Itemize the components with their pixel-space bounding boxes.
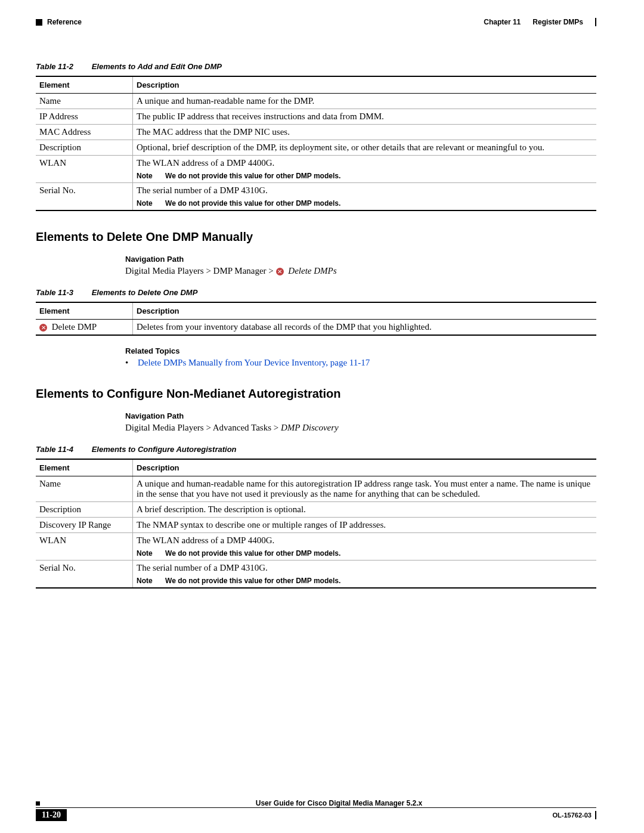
table-11-2-label: Table 11-2 bbox=[36, 62, 89, 71]
footer-rule bbox=[36, 807, 596, 808]
note-label: Note bbox=[137, 577, 153, 585]
cell-desc: The serial number of a DMP 4310G. Note W… bbox=[133, 561, 597, 589]
related-topic-link[interactable]: Delete DMPs Manually from Your Device In… bbox=[138, 358, 370, 367]
cell-desc: Optional, brief description of the DMP, … bbox=[133, 140, 597, 156]
page-footer: User Guide for Cisco Digital Media Manag… bbox=[36, 799, 596, 821]
document-page: Reference Chapter 11 Register DMPs Table… bbox=[0, 0, 644, 833]
note-label: Note bbox=[137, 549, 153, 558]
table-11-4-title: Elements to Configure Autoregistration bbox=[92, 445, 237, 454]
cell-element: Serial No. bbox=[36, 561, 133, 589]
note-row: Note We do not provide this value for ot… bbox=[137, 199, 593, 208]
page-number: 11-20 bbox=[36, 809, 67, 821]
navigation-path-label: Navigation Path bbox=[125, 411, 596, 420]
note-row: Note We do not provide this value for ot… bbox=[137, 577, 593, 585]
cell-desc: The WLAN address of a DMP 4400G. Note We… bbox=[133, 156, 597, 183]
table-row: IP Address The public IP address that re… bbox=[36, 109, 596, 125]
heading-configure-autoreg: Elements to Configure Non-Medianet Autor… bbox=[36, 387, 596, 401]
table-11-3-title: Elements to Delete One DMP bbox=[92, 288, 198, 297]
footer-divider-icon bbox=[595, 811, 596, 819]
cell-desc-text: The serial number of a DMP 4310G. bbox=[137, 185, 268, 195]
header-chapter: Chapter 11 bbox=[484, 18, 521, 26]
cell-desc: The public IP address that receives inst… bbox=[133, 109, 597, 125]
page-header: Reference Chapter 11 Register DMPs bbox=[36, 18, 596, 26]
navigation-path-text: Digital Media Players > DMP Manager > ✕ … bbox=[125, 266, 596, 276]
table-11-3-caption: Table 11-3 Elements to Delete One DMP bbox=[36, 288, 596, 297]
header-square-icon bbox=[36, 19, 42, 26]
footer-doc-title: User Guide for Cisco Digital Media Manag… bbox=[256, 799, 422, 807]
cell-element: Description bbox=[36, 502, 133, 518]
note-text: We do not provide this value for other D… bbox=[165, 577, 340, 585]
note-row: Note We do not provide this value for ot… bbox=[137, 172, 593, 180]
cell-desc: A unique and human-readable name for thi… bbox=[133, 476, 597, 502]
table-11-2-th-description: Description bbox=[133, 76, 597, 94]
cell-desc: The NMAP syntax to describe one or multi… bbox=[133, 518, 597, 533]
table-11-4: Element Description Name A unique and hu… bbox=[36, 459, 596, 589]
navigation-path-text: Digital Media Players > Advanced Tasks >… bbox=[125, 423, 596, 433]
table-row: ✕ Delete DMP Deletes from your inventory… bbox=[36, 320, 596, 336]
table-row: Description Optional, brief description … bbox=[36, 140, 596, 156]
bullet-icon: • bbox=[125, 358, 128, 367]
cell-desc-text: The WLAN address of a DMP 4400G. bbox=[137, 535, 274, 545]
related-topics-label: Related Topics bbox=[125, 346, 596, 355]
table-11-2-caption: Table 11-2 Elements to Add and Edit One … bbox=[36, 62, 596, 71]
header-divider-icon bbox=[595, 18, 596, 26]
navigation-path-label: Navigation Path bbox=[125, 255, 596, 264]
table-11-2: Element Description Name A unique and hu… bbox=[36, 76, 596, 211]
note-text: We do not provide this value for other D… bbox=[165, 549, 340, 558]
table-11-4-caption: Table 11-4 Elements to Configure Autoreg… bbox=[36, 445, 596, 454]
cell-desc: The serial number of a DMP 4310G. Note W… bbox=[133, 183, 597, 211]
note-text: We do not provide this value for other D… bbox=[165, 172, 340, 180]
table-11-2-th-element: Element bbox=[36, 76, 133, 94]
delete-icon: ✕ bbox=[276, 268, 284, 275]
cell-desc-text: The serial number of a DMP 4310G. bbox=[137, 563, 268, 572]
delete-icon: ✕ bbox=[39, 324, 47, 332]
footer-square-icon bbox=[36, 801, 40, 806]
cell-element: ✕ Delete DMP bbox=[36, 320, 133, 336]
cell-element: Description bbox=[36, 140, 133, 156]
cell-desc: The MAC address that the DMP NIC uses. bbox=[133, 125, 597, 140]
cell-element: MAC Address bbox=[36, 125, 133, 140]
navpath-prefix: Digital Media Players > Advanced Tasks > bbox=[125, 423, 281, 432]
table-11-3-th-element: Element bbox=[36, 302, 133, 320]
cell-element: Discovery IP Range bbox=[36, 518, 133, 533]
table-11-4-label: Table 11-4 bbox=[36, 445, 89, 454]
navpath-target: Delete DMPs bbox=[288, 266, 336, 275]
cell-element: Name bbox=[36, 94, 133, 109]
note-label: Note bbox=[137, 199, 153, 208]
table-row: Serial No. The serial number of a DMP 43… bbox=[36, 183, 596, 211]
table-11-3-th-description: Description bbox=[133, 302, 597, 320]
cell-desc-text: The WLAN address of a DMP 4400G. bbox=[137, 158, 274, 168]
heading-delete-manually: Elements to Delete One DMP Manually bbox=[36, 230, 596, 244]
cell-element: Name bbox=[36, 476, 133, 502]
cell-desc: Deletes from your inventory database all… bbox=[133, 320, 597, 336]
table-11-4-th-description: Description bbox=[133, 459, 597, 476]
cell-desc: A brief description. The description is … bbox=[133, 502, 597, 518]
related-topic-item: • Delete DMPs Manually from Your Device … bbox=[125, 358, 596, 368]
table-11-4-th-element: Element bbox=[36, 459, 133, 476]
table-11-2-title: Elements to Add and Edit One DMP bbox=[92, 62, 222, 71]
table-row: MAC Address The MAC address that the DMP… bbox=[36, 125, 596, 140]
header-section-label: Reference bbox=[47, 18, 82, 26]
cell-element: Serial No. bbox=[36, 183, 133, 211]
table-11-3: Element Description ✕ Delete DMP Deletes… bbox=[36, 302, 596, 336]
cell-element: IP Address bbox=[36, 109, 133, 125]
navpath-prefix: Digital Media Players > DMP Manager > bbox=[125, 266, 276, 275]
cell-desc: A unique and human-readable name for the… bbox=[133, 94, 597, 109]
table-row: Description A brief description. The des… bbox=[36, 502, 596, 518]
table-row: WLAN The WLAN address of a DMP 4400G. No… bbox=[36, 533, 596, 561]
table-row: Serial No. The serial number of a DMP 43… bbox=[36, 561, 596, 589]
note-label: Note bbox=[137, 172, 153, 180]
navpath-target: DMP Discovery bbox=[281, 423, 339, 432]
table-row: Name A unique and human-readable name fo… bbox=[36, 94, 596, 109]
table-11-3-label: Table 11-3 bbox=[36, 288, 89, 297]
note-text: We do not provide this value for other D… bbox=[165, 199, 340, 208]
table-row: Name A unique and human-readable name fo… bbox=[36, 476, 596, 502]
cell-element: WLAN bbox=[36, 533, 133, 561]
cell-element: WLAN bbox=[36, 156, 133, 183]
footer-doc-id: OL-15762-03 bbox=[553, 812, 592, 819]
table-row: Discovery IP Range The NMAP syntax to de… bbox=[36, 518, 596, 533]
cell-desc: The WLAN address of a DMP 4400G. Note We… bbox=[133, 533, 597, 561]
header-chapter-title: Register DMPs bbox=[532, 18, 583, 26]
table-row: WLAN The WLAN address of a DMP 4400G. No… bbox=[36, 156, 596, 183]
cell-element-text: Delete DMP bbox=[52, 322, 97, 332]
